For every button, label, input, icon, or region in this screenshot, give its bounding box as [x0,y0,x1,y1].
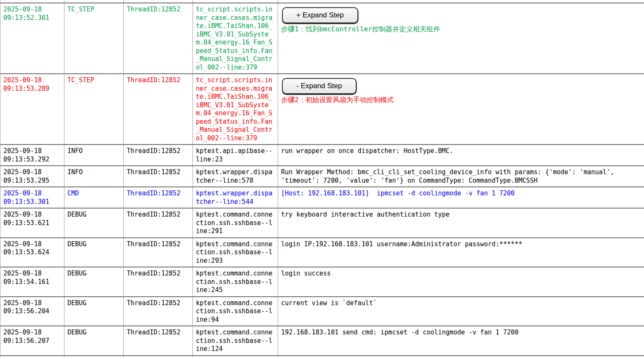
source-cell: kptest.command.connection.ssh.sshbase--l… [193,267,278,296]
source-cell: kptest.command.connection.ssh.sshbase--l… [193,326,278,355]
source-cell: kptest.wrapper.dispatcher--line:578 [193,166,278,186]
level-cell [64,0,124,3]
partial-row-bottom [0,356,644,358]
expand-step-button[interactable]: + Expand Step [282,7,358,23]
message-cell: 192.168.183.101 send cmd: ipmcset -d coo… [278,326,644,355]
timestamp-cell [0,356,64,358]
message-cell: run wrapper on once dispatcher: HostType… [278,145,644,165]
log-row: 2025-09-18 09:13:56.207 DEBUG ThreadID:1… [0,326,644,356]
log-row: 2025-09-18 09:13:54.161 DEBUG ThreadID:1… [0,267,644,297]
log-table: 2025-09-18 09:13:52.301 TC_STEP ThreadID… [0,0,644,358]
message-cell [278,0,644,3]
timestamp-cell: 2025-09-18 09:13:56.204 [0,297,64,326]
source-cell: kptest.api.apibase--line:23 [193,145,278,165]
level-cell: DEBUG [64,238,124,267]
level-cell: TC_STEP [64,74,124,144]
log-row: 2025-09-18 09:13:53.289 TC_STEP ThreadID… [0,74,644,145]
log-row: 2025-09-18 09:13:53.292 INFO ThreadID:12… [0,145,644,166]
log-row: 2025-09-18 09:13:53.624 DEBUG ThreadID:1… [0,238,644,268]
message-cell: + Expand Step步骤1：找到bmcController控制器并定义相关… [278,3,644,73]
thread-cell: ThreadID:12852 [124,145,193,165]
partial-row-top [0,0,644,3]
source-cell: kptest.wrapper.dispatcher--line:544 [193,187,278,208]
thread-cell: ThreadID:12852 [124,187,193,208]
level-cell: DEBUG [64,267,124,296]
timestamp-cell: 2025-09-18 09:13:53.621 [0,209,64,237]
thread-cell: ThreadID:12852 [124,326,193,355]
step-title: 步骤2：初始设置风扇为手动控制模式 [281,95,641,105]
level-cell: TC_STEP [64,3,124,73]
source-cell: tc_script.scripts.inner_case.cases.migra… [193,3,278,73]
log-row: 2025-09-18 09:13:53.295 INFO ThreadID:12… [0,166,644,187]
source-cell [193,0,278,3]
log-row: 2025-09-18 09:13:52.301 TC_STEP ThreadID… [0,3,644,74]
timestamp-cell: 2025-09-18 09:13:53.289 [0,74,64,144]
log-row: 2025-09-18 09:13:53.301 CMD ThreadID:128… [0,187,644,209]
thread-cell [124,356,193,358]
source-cell: kptest.command.connection.ssh.sshbase--l… [193,209,278,237]
timestamp-cell: 2025-09-18 09:13:54.161 [0,267,64,296]
timestamp-cell: 2025-09-18 09:13:53.624 [0,238,64,267]
level-cell: CMD [64,187,124,208]
collapse-step-button[interactable]: - Expand Step [282,78,357,94]
level-cell [64,356,124,358]
timestamp-cell: 2025-09-18 09:13:53.301 [0,187,64,208]
level-cell: DEBUG [64,297,124,326]
level-cell: INFO [64,145,124,165]
thread-cell: ThreadID:12852 [124,238,193,267]
thread-cell [124,0,193,3]
thread-cell: ThreadID:12852 [124,209,193,237]
level-cell: DEBUG [64,326,124,355]
message-cell: try keyboard interactive authentication … [278,209,644,237]
timestamp-cell: 2025-09-18 09:13:56.207 [0,326,64,355]
message-cell [278,356,644,358]
source-cell: tc_script.scripts.inner_case.cases.migra… [193,74,278,144]
step-title: 步骤1：找到bmcController控制器并定义相关组件 [281,25,641,34]
message-cell: login IP:192.168.183.101 username:Admini… [278,238,644,267]
thread-cell: ThreadID:12852 [124,74,193,144]
timestamp-cell [0,0,64,3]
source-cell: kptest.command.connection.ssh.sshbase--l… [193,297,278,326]
source-cell [193,356,278,358]
level-cell: DEBUG [64,209,124,237]
timestamp-cell: 2025-09-18 09:13:53.295 [0,166,64,186]
thread-cell: ThreadID:12852 [124,3,193,73]
message-cell: - Expand Step步骤2：初始设置风扇为手动控制模式 [278,74,644,144]
timestamp-cell: 2025-09-18 09:13:53.292 [0,145,64,165]
thread-cell: ThreadID:12852 [124,267,193,296]
message-cell: current view is `default` [278,297,644,326]
source-cell: kptest.command.connection.ssh.sshbase--l… [193,238,278,267]
message-cell: Run Wrapper Method: bmc_cli_cli_set_cool… [278,166,644,186]
message-cell: [Host: 192.168.183.101] ipmcset -d cooli… [278,187,644,208]
log-row: 2025-09-18 09:13:56.204 DEBUG ThreadID:1… [0,297,644,327]
log-row: 2025-09-18 09:13:53.621 DEBUG ThreadID:1… [0,209,644,238]
thread-cell: ThreadID:12852 [124,166,193,186]
timestamp-cell: 2025-09-18 09:13:52.301 [0,3,64,73]
level-cell: INFO [64,166,124,186]
thread-cell: ThreadID:12852 [124,297,193,326]
message-cell: login success [278,267,644,296]
